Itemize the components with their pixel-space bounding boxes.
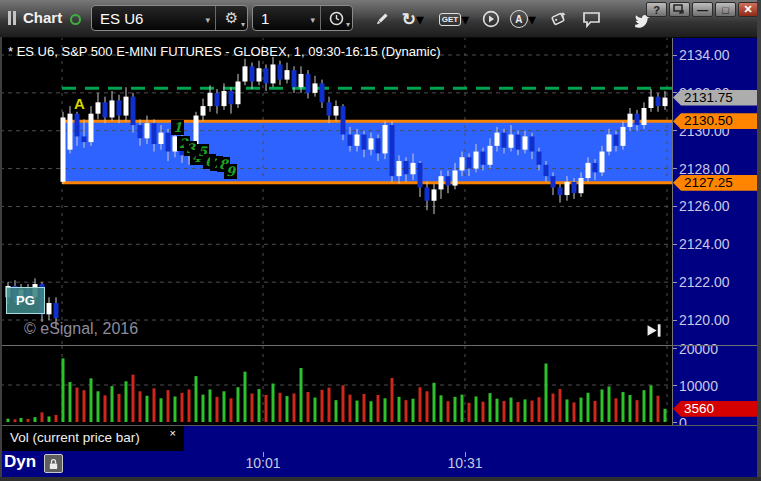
volume-bar [398, 397, 401, 422]
candle-body [47, 303, 52, 314]
candle-body [376, 138, 381, 153]
volume-bar [615, 398, 618, 422]
alert-tag-button[interactable] [545, 7, 571, 31]
price-chart-pane[interactable] [0, 37, 672, 345]
candle-body [222, 91, 227, 106]
price-tick [673, 168, 677, 169]
price-tick [673, 282, 677, 283]
candle-body [390, 125, 395, 176]
chevron-down-icon[interactable]: ▾ [310, 15, 315, 25]
candle-body [68, 114, 73, 150]
candle-body [355, 135, 360, 146]
price-tick [673, 206, 677, 207]
maximize-button[interactable]: □ [715, 2, 736, 17]
candle-body [411, 163, 416, 174]
reload-button[interactable]: ↻ ▾ [400, 7, 426, 31]
dynamic-session-label[interactable]: Dyn [4, 452, 36, 472]
candle-body [467, 157, 472, 168]
minimize-button[interactable]: — [692, 2, 713, 17]
volume-bar [174, 396, 177, 422]
volume-bar [496, 399, 499, 422]
volume-bar [223, 391, 226, 422]
esignal-chart-window: Chart ES U6 ▾ ⚙ ▾ 1 ▾ ▾ [0, 0, 761, 481]
volume-study-label: Vol (current price bar) × [0, 426, 184, 451]
volume-tick [673, 422, 677, 423]
price-axis[interactable]: 2134.002132.002130.002128.002126.002124.… [672, 37, 757, 477]
price-tick-label: 2122.00 [679, 274, 730, 290]
volume-bar [314, 398, 317, 422]
symbol-value: ES U6 [92, 10, 143, 27]
volume-bar [14, 419, 17, 422]
volume-bar [265, 395, 268, 422]
volume-bar [657, 396, 660, 422]
candle-body [579, 178, 584, 193]
symbol-settings-button[interactable]: ⚙ ▾ [215, 6, 247, 30]
candle-body [530, 136, 535, 151]
volume-bar [524, 399, 527, 422]
volume-bar [384, 398, 387, 422]
signal-marker-1: 1 [171, 120, 184, 135]
chevron-down-icon[interactable]: ▾ [205, 15, 210, 25]
pane-divider[interactable] [0, 345, 757, 346]
window-border-right[interactable] [757, 0, 761, 481]
volume-bar [650, 385, 653, 422]
candle-body [264, 68, 269, 83]
candle-body [236, 82, 241, 105]
candle-body [103, 102, 108, 117]
get-data-button[interactable]: GET ▾ [438, 7, 470, 31]
volume-bar [608, 386, 611, 422]
candle-body [460, 157, 465, 170]
volume-study-title: Vol (current price bar) [10, 430, 140, 445]
volume-bar [27, 419, 30, 422]
candle-body [362, 135, 367, 150]
time-axis-panel[interactable]: Vol (current price bar) × Dyn 10:0110:31 [0, 426, 757, 477]
paintbar-watermark[interactable]: PG [6, 287, 45, 314]
price-tick-label: 2126.00 [679, 198, 730, 214]
dock-button[interactable] [669, 2, 690, 17]
candle-body [320, 83, 325, 102]
close-button[interactable]: ✕ [738, 2, 758, 17]
volume-bar [349, 395, 352, 422]
candle-body [82, 136, 87, 142]
time-axis-label: 10:01 [245, 455, 280, 471]
auto-icon: A [510, 10, 528, 28]
symbol-combo-group: ES U6 ▾ ⚙ ▾ [91, 5, 248, 31]
auto-trade-button[interactable]: A ▾ [510, 7, 536, 31]
volume-bar [475, 396, 478, 422]
interval-value: 1 [253, 10, 269, 27]
price-tick [673, 130, 677, 131]
candle-body [523, 136, 528, 149]
window-border-left [0, 37, 2, 481]
candle-body [593, 163, 598, 172]
candle-body [495, 133, 500, 146]
replay-button[interactable] [478, 7, 504, 31]
volume-pane[interactable] [0, 346, 672, 424]
window-title: Chart [23, 9, 62, 26]
volume-bar [55, 415, 58, 422]
help-button[interactable]: ? [646, 2, 667, 17]
volume-bar [293, 394, 296, 422]
volume-bar [118, 394, 121, 422]
bottom-divider [0, 425, 757, 426]
candle-body [110, 100, 115, 117]
volume-bar [573, 402, 576, 422]
interval-input[interactable]: 1 ▾ [253, 6, 320, 30]
window-grip-icon[interactable] [8, 11, 18, 25]
skip-to-end-button[interactable] [646, 323, 662, 342]
time-settings-button[interactable]: ▾ [320, 6, 352, 30]
volume-bar [503, 401, 506, 422]
candle-body [89, 114, 94, 142]
link-status-icon[interactable] [70, 14, 81, 25]
lock-button[interactable] [44, 454, 63, 473]
candle-body [159, 133, 164, 144]
draw-tool-button[interactable] [368, 7, 394, 31]
volume-bar [83, 390, 86, 422]
candle-body [474, 152, 479, 169]
volume-bar [377, 395, 380, 422]
close-study-icon[interactable]: × [170, 427, 176, 439]
volume-bar [580, 398, 583, 422]
volume-bar [461, 395, 464, 422]
comments-button[interactable] [578, 7, 604, 31]
candle-body [537, 152, 542, 165]
symbol-input[interactable]: ES U6 ▾ [92, 6, 215, 30]
